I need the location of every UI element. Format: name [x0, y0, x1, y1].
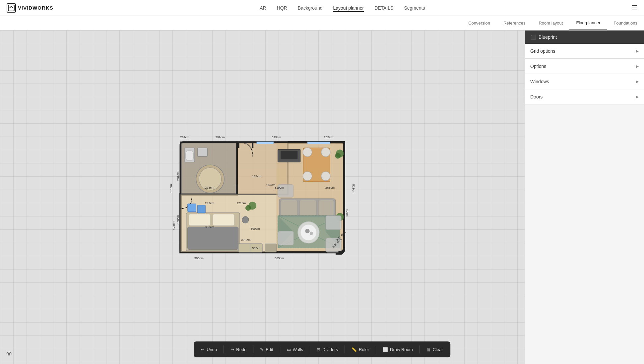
svg-point-30 [242, 216, 249, 223]
canvas-area[interactable]: 262cm 299cm 329cm 283cm 383cm 563cm 311c… [0, 30, 525, 364]
undo-icon: ↩ [201, 347, 205, 352]
clear-button[interactable]: 🗑 Clear [422, 345, 448, 354]
dividers-icon: ⊟ [317, 347, 320, 352]
ruler-button[interactable]: 📏 Ruler [347, 345, 374, 354]
sidebar-options[interactable]: Options ▶ [525, 59, 644, 74]
svg-text:263cm: 263cm [325, 186, 335, 190]
dividers-label: Dividers [322, 347, 338, 352]
top-navigation: VIVIDWORKS AR HQR Background Layout plan… [0, 0, 644, 16]
toolbar-separator-5 [345, 345, 345, 353]
logo-icon [7, 3, 16, 13]
nav-ar[interactable]: AR [260, 4, 266, 12]
blueprint-label: Blueprint [539, 34, 557, 40]
grid-options-arrow: ▶ [636, 49, 639, 53]
nav-segments[interactable]: Segments [404, 4, 425, 12]
svg-text:281cm: 281cm [176, 171, 180, 181]
ruler-icon: 📏 [352, 347, 357, 352]
nav-layout-planner[interactable]: Layout planner [333, 4, 364, 12]
bottom-toolbar: ↩ Undo ↪ Redo ✎ Edit ▭ Walls ⊟ Dividers … [194, 341, 450, 357]
redo-label: Redo [236, 347, 246, 352]
clear-icon: 🗑 [426, 347, 431, 352]
hamburger-menu[interactable]: ☰ [625, 4, 644, 12]
logo[interactable]: VIVIDWORKS [0, 3, 60, 13]
draw-room-button[interactable]: ⬜ Draw Room [378, 345, 418, 354]
walls-icon: ▭ [287, 347, 291, 352]
svg-rect-28 [213, 214, 234, 225]
svg-rect-23 [186, 151, 194, 161]
svg-text:187cm: 187cm [252, 175, 261, 178]
svg-rect-29 [188, 227, 238, 249]
toolbar-separator-3 [280, 345, 280, 353]
undo-button[interactable]: ↩ Undo [196, 345, 222, 354]
nav-hqr[interactable]: HQR [277, 4, 287, 12]
toolbar-separator-7 [419, 345, 420, 353]
svg-text:408cm: 408cm [172, 221, 176, 230]
svg-text:283cm: 283cm [324, 136, 333, 139]
svg-text:353cm: 353cm [205, 226, 214, 229]
options-arrow: ▶ [636, 64, 639, 69]
subnav-references[interactable]: References [497, 16, 532, 30]
svg-text:311cm: 311cm [169, 184, 173, 193]
svg-text:49cm: 49cm [346, 209, 349, 216]
subnav-room-layout[interactable]: Room layout [532, 16, 569, 30]
sidebar-blueprint-header[interactable]: ⬛ Blueprint [525, 30, 644, 44]
windows-label: Windows [530, 79, 549, 84]
sidebar-windows[interactable]: Windows ▶ [525, 74, 644, 89]
sidebar-doors[interactable]: Doors ▶ [525, 90, 644, 104]
toolbar-separator-2 [253, 345, 253, 353]
svg-point-36 [303, 148, 312, 156]
clear-label: Clear [433, 347, 443, 352]
svg-text:262cm: 262cm [180, 136, 189, 139]
svg-rect-27 [189, 214, 210, 225]
svg-point-37 [321, 148, 330, 156]
eye-visibility-toggle[interactable]: 👁 [6, 350, 13, 358]
undo-label: Undo [207, 347, 217, 352]
svg-text:583cm: 583cm [252, 247, 261, 250]
walls-label: Walls [293, 347, 303, 352]
draw-room-label: Draw Room [390, 347, 413, 352]
toolbar-separator-4 [310, 345, 310, 353]
svg-rect-68 [257, 142, 274, 144]
windows-arrow: ▶ [636, 79, 639, 84]
grid-options-label: Grid options [530, 48, 555, 54]
edit-icon: ✎ [260, 347, 264, 352]
blueprint-icon: ⬛ [530, 34, 536, 40]
svg-rect-46 [281, 200, 297, 216]
svg-rect-48 [318, 200, 334, 216]
svg-point-53 [310, 232, 313, 235]
svg-point-32 [245, 205, 251, 211]
subnav-conversion[interactable]: Conversion [462, 16, 497, 30]
subnav-floorplanner[interactable]: Floorplanner [569, 16, 607, 30]
svg-rect-24 [198, 148, 208, 156]
svg-text:167cm: 167cm [266, 183, 275, 187]
dividers-button[interactable]: ⊟ Dividers [312, 345, 343, 354]
svg-rect-69 [307, 142, 330, 144]
edit-button[interactable]: ✎ Edit [255, 345, 278, 354]
svg-rect-56 [278, 231, 294, 245]
sub-nav-items: Conversion References Room layout Floorp… [462, 16, 644, 30]
sidebar-grid-options[interactable]: Grid options ▶ [525, 44, 644, 59]
svg-point-38 [303, 172, 312, 181]
nav-details[interactable]: DETAILS [374, 4, 393, 12]
svg-text:121cm: 121cm [236, 202, 246, 205]
walls-button[interactable]: ▭ Walls [282, 345, 308, 354]
doors-label: Doors [530, 94, 543, 99]
redo-button[interactable]: ↪ Redo [226, 345, 251, 354]
svg-text:383cm: 383cm [194, 257, 204, 260]
main-nav: AR HQR Background Layout planner DETAILS… [60, 4, 625, 12]
svg-text:378cm: 378cm [176, 215, 180, 224]
toolbar-separator-1 [224, 345, 224, 353]
sub-navigation: Conversion References Room layout Floorp… [0, 16, 644, 30]
toolbar-separator-6 [376, 345, 376, 353]
floorplan[interactable]: 262cm 299cm 329cm 283cm 383cm 563cm 311c… [169, 133, 355, 262]
redo-icon: ↪ [230, 347, 234, 352]
svg-rect-67 [198, 205, 206, 213]
floorplan-svg: 262cm 299cm 329cm 283cm 383cm 563cm 311c… [169, 133, 355, 262]
svg-text:378cm: 378cm [241, 238, 251, 242]
nav-background[interactable]: Background [298, 4, 323, 12]
svg-point-43 [335, 153, 341, 159]
draw-room-icon: ⬜ [383, 347, 388, 352]
subnav-foundations[interactable]: Foundations [607, 16, 644, 30]
svg-text:273cm: 273cm [205, 186, 214, 190]
ruler-label: Ruler [359, 347, 369, 352]
